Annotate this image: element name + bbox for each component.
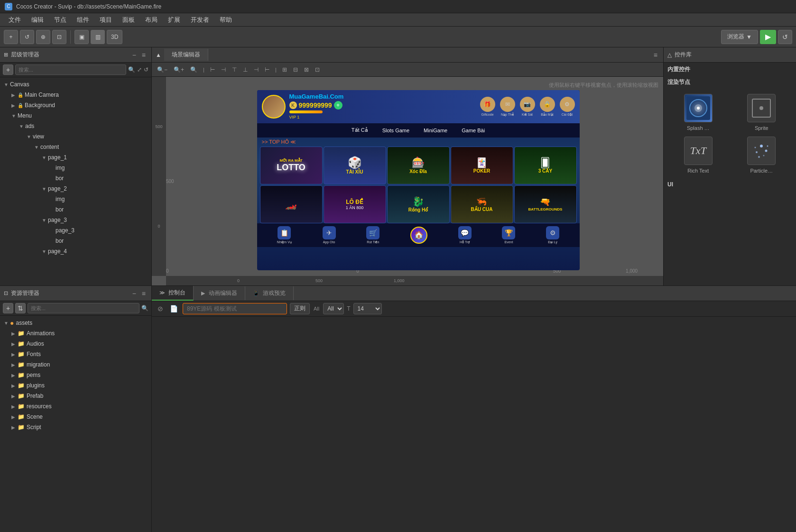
browser-dropdown-button[interactable]: 浏览器 ▼ <box>721 30 758 44</box>
menu-layout[interactable]: 布局 <box>140 14 162 26</box>
menu-help[interactable]: 帮助 <box>215 14 237 26</box>
asset-node-migration[interactable]: ▶ 📁 migration <box>0 359 151 370</box>
console-clear-button[interactable]: ⊘ <box>156 304 165 313</box>
hierarchy-add-button[interactable]: + <box>3 64 13 75</box>
tree-node-bor-1[interactable]: ▶ bor <box>0 173 151 183</box>
tree-node-page-4[interactable]: ▼ page_4 <box>0 246 151 257</box>
tree-node-canvas[interactable]: ▼ Canvas <box>0 79 151 90</box>
card-content-lotto: MỚI RA MẮT LOTTO <box>277 158 305 173</box>
asset-node-plugins[interactable]: ▶ 📁 plugins <box>0 380 151 391</box>
tree-node-background[interactable]: ▶ 🔒 Background <box>0 100 151 110</box>
menu-node[interactable]: 节点 <box>49 14 71 26</box>
plugins-folder-icon: 📁 <box>18 382 25 389</box>
align-middle-v-button[interactable]: ⊣ <box>251 65 261 74</box>
console-tab-console[interactable]: ≫ 控制台 <box>152 286 194 301</box>
asset-node-fonts[interactable]: ▶ 📁 Fonts <box>0 349 151 359</box>
rect-tool-button[interactable]: ▣ <box>74 30 89 44</box>
play-button[interactable]: ▶ <box>760 30 776 44</box>
tree-node-img-1[interactable]: ▶ img <box>0 163 151 173</box>
asset-node-script[interactable]: ▶ 📁 Script <box>0 422 151 432</box>
zoom-fit-button[interactable]: ⊕ <box>36 30 50 44</box>
align-left-button[interactable]: ⊢ <box>208 65 217 74</box>
align-center-h-button[interactable]: ⊣ <box>219 65 228 74</box>
card-name-bacay: 3 CÂY <box>538 168 552 174</box>
console-tab-preview[interactable]: 📱 游戏预览 <box>245 286 294 300</box>
tree-node-bor-3[interactable]: ▶ bor <box>0 236 151 246</box>
game-napthe-icon: ✉ Nạp Thẻ <box>500 97 515 117</box>
assets-sort-button[interactable]: ⇅ <box>15 303 26 313</box>
asset-node-scene[interactable]: ▶ 📁 Scene <box>0 412 151 422</box>
menu-edit[interactable]: 编辑 <box>27 14 48 26</box>
match-height-button[interactable]: ⊡ <box>313 65 322 74</box>
scene-viewport[interactable]: 使用鼠标右键平移视窗焦点，使用滚轮缩放视图 500 0 0 500 1,000 … <box>152 77 663 285</box>
move-tool-button[interactable]: ▥ <box>91 30 105 44</box>
menu-extend[interactable]: 扩展 <box>163 14 185 26</box>
component-particle[interactable]: Particle… <box>733 137 791 174</box>
menu-developer[interactable]: 开发者 <box>186 14 214 26</box>
tree-node-ads[interactable]: ▼ ads <box>0 121 151 131</box>
component-richtext[interactable]: TxT Rich Text <box>669 137 727 174</box>
tree-node-page-2[interactable]: ▼ page_2 <box>0 183 151 194</box>
menu-project[interactable]: 项目 <box>95 14 117 26</box>
tree-node-bor-2[interactable]: ▶ bor <box>0 204 151 215</box>
component-splash[interactable]: Splash … <box>669 94 727 131</box>
scene-tab-editor[interactable]: 场景编辑器 <box>164 49 208 61</box>
tree-node-page-3[interactable]: ▼ page_3 <box>0 215 151 225</box>
title-bar: C Cocos Creator - Suvip - db://assets/Sc… <box>0 0 796 13</box>
console-size-select[interactable]: 14 <box>353 303 382 314</box>
console-log-button[interactable]: 📄 <box>168 304 180 313</box>
tree-node-menu[interactable]: ▼ Menu <box>0 110 151 121</box>
zoom-out-button[interactable]: 🔍− <box>155 65 170 74</box>
caidat-label: Cài Đặt <box>562 113 573 117</box>
frame-button[interactable]: ⊡ <box>52 30 66 44</box>
asset-node-audios[interactable]: ▶ 📁 Audios <box>0 339 151 349</box>
console-tab-animation[interactable]: ▶ 动画编辑器 <box>194 286 245 300</box>
hierarchy-menu-button[interactable]: ≡ <box>140 50 148 60</box>
bor3-label: bor <box>56 238 64 244</box>
zoom-in-button[interactable]: 🔍+ <box>171 65 186 74</box>
asset-node-root[interactable]: ▼ ● assets <box>0 318 151 328</box>
assets-add-button[interactable]: + <box>3 303 13 313</box>
menu-file[interactable]: 文件 <box>4 14 26 26</box>
distribute-v-button[interactable]: ⊟ <box>291 65 300 74</box>
add-node-button[interactable]: + <box>4 30 18 44</box>
splash-icon <box>684 94 713 122</box>
hierarchy-search-input[interactable] <box>15 64 126 75</box>
assets-menu-button[interactable]: ≡ <box>140 289 148 298</box>
menu-panel[interactable]: 面板 <box>118 14 139 26</box>
console-panel: ≫ 控制台 ▶ 动画编辑器 📱 游戏预览 ⊘ 📄 正则 All All T 1 <box>152 286 796 532</box>
console-all-select[interactable]: All <box>323 303 344 314</box>
assets-panel-header: ⊡ 资源管理器 − ≡ <box>0 286 151 301</box>
stop-button[interactable]: ↺ <box>778 30 792 44</box>
asset-node-animations[interactable]: ▶ 📁 Animations <box>0 328 151 339</box>
component-sprite[interactable]: Sprite <box>733 94 791 131</box>
tree-node-view[interactable]: ▼ view <box>0 131 151 142</box>
distribute-h-button[interactable]: ⊞ <box>280 65 289 74</box>
align-bottom-button[interactable]: ⊢ <box>262 65 272 74</box>
tree-node-img-2[interactable]: ▶ img <box>0 194 151 204</box>
hierarchy-expand-button[interactable]: ⤢ <box>137 66 142 73</box>
3d-toggle-button[interactable]: 3D <box>107 30 122 44</box>
asset-node-pems[interactable]: ▶ 📁 pems <box>0 370 151 380</box>
zoom-reset-button[interactable]: 🔍 <box>188 65 200 74</box>
footer-home: 🏠 <box>410 227 427 244</box>
align-top-button[interactable]: ⊥ <box>241 65 250 74</box>
tree-node-content[interactable]: ▼ content <box>0 142 151 152</box>
hierarchy-search-button[interactable]: 🔍 <box>128 66 135 73</box>
assets-collapse-button[interactable]: − <box>130 289 138 298</box>
tree-node-page-3-child[interactable]: ▶ page_3 <box>0 225 151 236</box>
assets-search-input[interactable] <box>28 303 139 313</box>
tree-node-page-1[interactable]: ▼ page_1 <box>0 152 151 163</box>
tree-node-main-camera[interactable]: ▶ 🔒 Main Camera <box>0 90 151 100</box>
menu-component[interactable]: 组件 <box>72 14 94 26</box>
align-right-button[interactable]: ⊤ <box>230 65 239 74</box>
match-width-button[interactable]: ⊠ <box>302 65 311 74</box>
refresh-scene-button[interactable]: ↺ <box>20 30 34 44</box>
hierarchy-collapse-button[interactable]: − <box>130 50 138 60</box>
console-filter-input[interactable] <box>183 303 287 314</box>
scene-editor-menu-button[interactable]: ≡ <box>652 50 659 60</box>
assets-search-button[interactable]: 🔍 <box>141 305 148 312</box>
asset-node-resources[interactable]: ▶ 📁 resources <box>0 401 151 412</box>
asset-node-prefab[interactable]: ▶ 📁 Prefab <box>0 391 151 401</box>
hierarchy-refresh-button[interactable]: ↺ <box>144 66 148 73</box>
